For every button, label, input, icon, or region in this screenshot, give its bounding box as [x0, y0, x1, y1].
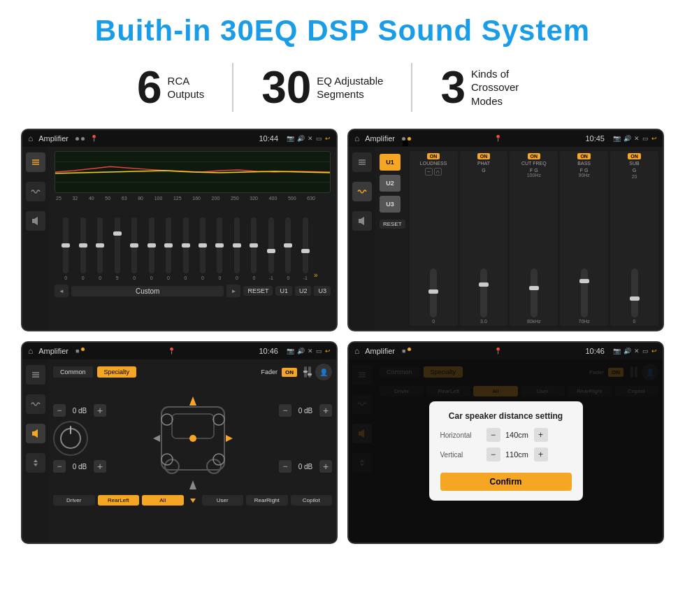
crossover-reset-btn[interactable]: RESET: [380, 220, 405, 229]
sub-on[interactable]: ON: [628, 153, 641, 159]
eq-band-4[interactable]: 5: [108, 217, 125, 280]
phat-on[interactable]: ON: [477, 153, 491, 159]
stat-label-rca: RCA Outputs: [168, 74, 205, 101]
eq-band-8[interactable]: 0: [177, 217, 194, 280]
u1-btn[interactable]: U1: [380, 154, 401, 171]
home-icon-2[interactable]: ⌂: [354, 134, 359, 143]
eq-u3-btn[interactable]: U3: [314, 286, 331, 296]
copilot-btn[interactable]: Copilot: [291, 495, 333, 506]
confirm-button[interactable]: Confirm: [440, 473, 572, 491]
fader-bottom-row: Driver RearLeft All User RearRight Copil…: [53, 495, 332, 506]
bass-slider[interactable]: [562, 178, 606, 317]
sub-slider[interactable]: [612, 179, 656, 317]
vertical-plus-btn[interactable]: +: [534, 447, 548, 461]
u2-btn[interactable]: U2: [380, 175, 401, 192]
svg-point-30: [213, 414, 224, 425]
eq-band-10[interactable]: 0: [211, 217, 228, 280]
crossover-speaker-btn[interactable]: [352, 211, 372, 231]
eq-wave-btn[interactable]: [26, 182, 45, 201]
eq-u2-btn[interactable]: U2: [295, 286, 312, 296]
eq-band-13[interactable]: -1: [263, 217, 280, 280]
vertical-stepper: − 110cm +: [486, 447, 548, 461]
eq-band-5[interactable]: 0: [126, 217, 143, 280]
cutfreq-slider[interactable]: [512, 178, 556, 317]
back-icon-3[interactable]: ↩: [325, 348, 331, 354]
specialty-tab[interactable]: Specialty: [97, 366, 137, 378]
horizontal-plus-btn[interactable]: +: [534, 428, 548, 442]
eq-band-15[interactable]: -1: [297, 217, 314, 280]
vol-rl-value: 0 dB: [68, 463, 91, 471]
eq-band-1[interactable]: 0: [57, 217, 74, 280]
crossover-wave-btn[interactable]: [352, 182, 372, 201]
fader-speaker-btn[interactable]: [26, 424, 45, 443]
fader-on-badge[interactable]: ON: [282, 368, 297, 377]
stat-eq: 30 EQ Adjustable Segments: [233, 65, 411, 110]
fader-text-label: Fader: [261, 368, 277, 375]
home-icon-3[interactable]: ⌂: [28, 346, 33, 356]
eq-band-3[interactable]: 0: [92, 217, 108, 280]
common-tab[interactable]: Common: [53, 366, 93, 378]
eq-next-btn[interactable]: ►: [226, 285, 240, 297]
cutfreq-on[interactable]: ON: [528, 153, 541, 159]
vol-fr-plus[interactable]: +: [319, 404, 332, 417]
person-icon: 👤: [315, 364, 332, 380]
home-icon[interactable]: ⌂: [28, 134, 33, 143]
camera-icon-3: 📷: [287, 348, 294, 354]
phat-slider[interactable]: [462, 174, 506, 317]
vol-rl-minus[interactable]: −: [53, 460, 66, 473]
eq-u1-btn[interactable]: U1: [275, 286, 292, 296]
bass-on[interactable]: ON: [577, 153, 591, 159]
eq-band-7[interactable]: 0: [160, 217, 177, 280]
back-icon[interactable]: ↩: [325, 135, 331, 142]
cutfreq-hz1: 100Hz: [527, 173, 541, 178]
vertical-row: Vertical − 110cm +: [440, 447, 572, 461]
eq-band-11[interactable]: 0: [229, 217, 245, 280]
home-icon-4[interactable]: ⌂: [354, 346, 359, 356]
eq-time: 10:44: [259, 134, 278, 143]
rearright-btn[interactable]: RearRight: [246, 495, 288, 506]
fader-status-icons: 📷 🔊 ✕ ▭ ↩: [287, 348, 331, 354]
loudness-slider[interactable]: [412, 177, 456, 317]
vertical-minus-btn[interactable]: −: [486, 447, 500, 461]
sub-label: SUB: [629, 161, 639, 166]
fader-wave-btn[interactable]: [26, 394, 45, 414]
loudness-on[interactable]: ON: [427, 153, 440, 159]
car-knob[interactable]: [53, 421, 88, 456]
eq-band-2[interactable]: 0: [74, 217, 91, 280]
curve-btn-2[interactable]: ∩: [434, 168, 442, 176]
eq-band-6[interactable]: 0: [143, 217, 159, 280]
u3-btn[interactable]: U3: [380, 196, 401, 213]
vol-rr-minus[interactable]: −: [279, 460, 291, 473]
eq-prev-btn[interactable]: ◄: [55, 285, 68, 297]
fader-left-vols: − 0 dB + − 0 dB +: [53, 386, 106, 491]
bass-value: 70Hz: [579, 319, 590, 324]
fader-eq-btn[interactable]: [26, 365, 45, 385]
back-icon-4[interactable]: ↩: [651, 348, 657, 354]
sub-channel: ON SUB G 20 0: [610, 151, 658, 326]
driver-btn[interactable]: Driver: [53, 495, 95, 506]
rearleft-btn[interactable]: RearLeft: [98, 495, 140, 506]
eq-band-12[interactable]: 0: [245, 217, 262, 280]
vol-rl: − 0 dB +: [53, 460, 106, 473]
vol-fr-minus[interactable]: −: [279, 404, 291, 417]
eq-filter-btn[interactable]: [26, 152, 45, 172]
volume-icon: 🔊: [297, 135, 305, 142]
eq-speaker-btn[interactable]: [26, 211, 45, 231]
eq-bottom-bar: ◄ Custom ► RESET U1 U2 U3: [55, 285, 331, 297]
eq-band-9[interactable]: 0: [194, 217, 211, 280]
stats-row: 6 RCA Outputs 30 EQ Adjustable Segments …: [21, 63, 664, 112]
curve-btn-1[interactable]: ~: [425, 168, 433, 176]
eq-reset-btn[interactable]: RESET: [243, 286, 273, 296]
vol-rr-plus[interactable]: +: [319, 460, 332, 473]
vol-fl-plus[interactable]: +: [94, 404, 106, 417]
expand-icon[interactable]: »: [314, 268, 328, 280]
crossover-eq-btn[interactable]: [352, 152, 372, 172]
vol-fl-minus[interactable]: −: [53, 404, 66, 417]
horizontal-minus-btn[interactable]: −: [486, 428, 500, 442]
user-btn[interactable]: User: [202, 495, 244, 506]
all-btn[interactable]: All: [142, 495, 184, 506]
fader-arrows-btn[interactable]: [26, 453, 45, 473]
eq-band-14[interactable]: 0: [280, 217, 296, 280]
back-icon-2[interactable]: ↩: [651, 135, 657, 142]
vol-rl-plus[interactable]: +: [94, 460, 106, 473]
